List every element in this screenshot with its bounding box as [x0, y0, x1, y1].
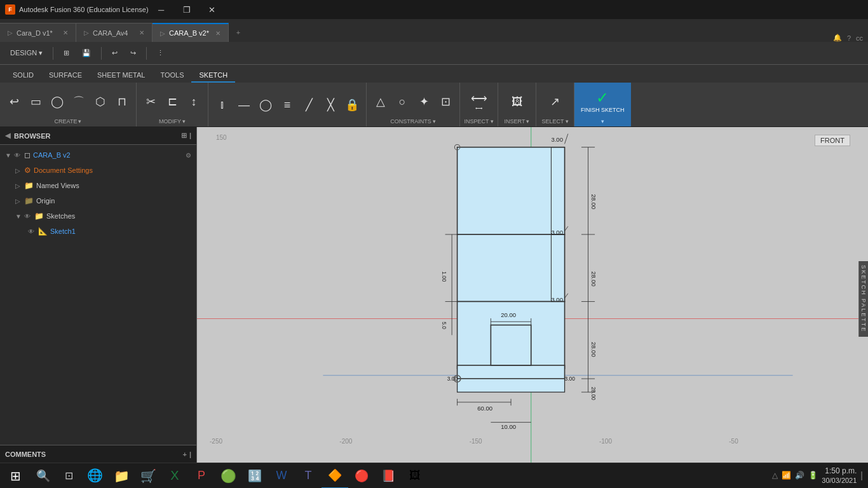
photos-taskbar[interactable]: 🖼 — [402, 463, 428, 489]
tab-cara-b[interactable]: ▷ CARA_B v2* ✕ — [153, 23, 229, 42]
more-button[interactable]: ⋮ — [152, 45, 169, 62]
edge-taskbar[interactable]: 🌐 — [81, 463, 108, 489]
start-button[interactable]: ⊞ — [0, 463, 31, 489]
taskbar-apps: 🌐 📁 🛒 X P 🟢 🔢 W T 🔶 🔴 📕 🖼 — [81, 463, 767, 489]
offset-button[interactable]: ⊏ — [162, 86, 182, 117]
select-button[interactable]: ↗ — [545, 86, 566, 117]
tree-arrow-named: ▷ — [15, 182, 22, 189]
teams-taskbar[interactable]: T — [295, 463, 322, 489]
trim-button[interactable]: ✂ — [140, 86, 161, 117]
tab-label-1: Cara_D v1* — [17, 29, 53, 37]
redo-button[interactable]: ↪ — [125, 45, 141, 62]
measure-button[interactable]: ⟷⟷ — [468, 86, 490, 117]
explorer-taskbar[interactable]: 📁 — [108, 463, 135, 489]
maximize-button[interactable]: ❐ — [174, 0, 200, 19]
grid-menu[interactable]: ⊞ — [58, 45, 74, 62]
finish-sketch-button[interactable]: ✓ FINISH SKETCH — [578, 86, 627, 117]
diagonal2-button[interactable]: ╳ — [320, 90, 341, 120]
midline-button[interactable]: — — [234, 90, 254, 120]
tray-up-icon[interactable]: △ — [772, 471, 778, 480]
box-constraint[interactable]: ⊡ — [435, 86, 456, 117]
tree-label-doc: Document Settings — [34, 166, 191, 174]
nav-sep-2 — [101, 47, 102, 60]
notification-icon[interactable]: 🔔 — [833, 34, 842, 42]
tab-tools[interactable]: TOOLS — [153, 69, 191, 83]
axis-label-150: 150 — [216, 134, 227, 141]
design-menu[interactable]: DESIGN ▾ — [5, 45, 48, 62]
tree-label-root: CARA_B v2 — [33, 151, 180, 159]
tree-item-sketches[interactable]: ▼ 👁 📁 Sketches — [0, 208, 196, 224]
calc-taskbar[interactable]: 🔢 — [241, 463, 268, 489]
tree-item-origin[interactable]: ▷ 📁 Origin — [0, 193, 196, 208]
canvas-area[interactable]: -250 -200 -150 -100 -50 150 FRONT SKETCH… — [197, 127, 868, 463]
save-button[interactable]: 💾 — [77, 45, 96, 62]
browser-title: BROWSER — [14, 132, 50, 140]
close-button[interactable]: ✕ — [200, 0, 225, 19]
tree-item-named-views[interactable]: ▷ 📁 Named Views — [0, 178, 196, 193]
battery-icon[interactable]: 🔋 — [808, 471, 818, 480]
window-controls: ─ ❐ ✕ — [149, 0, 225, 19]
tab-cara-d[interactable]: ▷ Cara_D v1* ✕ — [0, 23, 76, 42]
new-tab-button[interactable]: + — [229, 23, 248, 42]
comments-collapse-icon[interactable]: | — [189, 451, 191, 458]
folder-icon-origin: 📁 — [24, 196, 34, 205]
tab-surface[interactable]: SURFACE — [41, 69, 90, 83]
extra-buttons: ⫿ — ◯ ≡ ╱ ╳ 🔒 — [211, 83, 363, 125]
word-taskbar[interactable]: W — [268, 463, 295, 489]
tree-item-sketch1[interactable]: 👁 📐 Sketch1 — [0, 224, 196, 239]
fusion-taskbar[interactable]: 🔶 — [322, 463, 348, 489]
search-taskbar-button[interactable]: 🔍 — [31, 463, 56, 489]
minimize-button[interactable]: ─ — [149, 0, 174, 19]
tree-item-doc-settings[interactable]: ▷ ⚙ Document Settings — [0, 163, 196, 178]
tab-solid[interactable]: SOLID — [5, 69, 41, 83]
diagonal1-button[interactable]: ╱ — [299, 90, 319, 120]
slot-button[interactable]: ⊓ — [112, 86, 132, 117]
sketch-palette-tab[interactable]: SKETCH PALETTE — [858, 261, 868, 336]
show-desktop-icon[interactable]: | — [860, 470, 863, 480]
triangle-constraint[interactable]: △ — [370, 86, 391, 117]
arc-button[interactable]: ⌒ — [69, 86, 89, 117]
help-icon[interactable]: ? — [847, 34, 851, 42]
star-constraint[interactable]: ✦ — [414, 86, 434, 117]
windows-taskbar: ⊞ 🔍 ⊡ 🌐 📁 🛒 X P 🟢 🔢 W T 🔶 🔴 📕 🖼 △ 📶 🔊 🔋 … — [0, 463, 868, 488]
settings-icon-root[interactable]: ⚙ — [186, 152, 191, 159]
store-taskbar[interactable]: 🛒 — [135, 463, 161, 489]
browser-expand-icon[interactable]: ⊞ — [181, 132, 187, 140]
volume-icon[interactable]: 🔊 — [795, 471, 804, 480]
ellipse-button[interactable]: ◯ — [255, 90, 276, 120]
chrome-taskbar[interactable]: 🟢 — [215, 463, 241, 489]
lock-button[interactable]: 🔒 — [342, 90, 362, 120]
polygon-button[interactable]: ⬡ — [90, 86, 111, 117]
pdf-taskbar[interactable]: 📕 — [375, 463, 402, 489]
tree-item-root[interactable]: ▼ 👁 ◻ CARA_B v2 ⚙ — [0, 147, 196, 163]
circle-constraint[interactable]: ○ — [392, 86, 412, 117]
insert-image-button[interactable]: 🖼 — [507, 86, 527, 117]
circle-button[interactable]: ◯ — [47, 86, 67, 117]
task-view-button[interactable]: ⊡ — [56, 463, 81, 489]
tree-arrow-doc: ▷ — [15, 167, 22, 174]
svg-text:28.00: 28.00 — [590, 387, 597, 400]
comments-add-icon[interactable]: + — [182, 451, 186, 458]
hatch-button[interactable]: ⫿ — [212, 90, 233, 120]
close-tab-3[interactable]: ✕ — [215, 30, 220, 37]
eye-icon-sketch1[interactable]: 👁 — [28, 228, 34, 235]
undo-button[interactable]: ↩ — [107, 45, 123, 62]
network-icon[interactable]: 📶 — [782, 471, 791, 480]
browser-collapse-icon[interactable]: | — [189, 132, 191, 140]
excel-taskbar[interactable]: X — [161, 463, 188, 489]
close-tab-1[interactable]: ✕ — [63, 29, 68, 36]
tab-cara-a[interactable]: ▷ CARA_Av4 ✕ — [76, 23, 153, 42]
eye-icon-sketches[interactable]: 👁 — [24, 213, 31, 220]
clock-date: 30/03/2021 — [822, 476, 857, 485]
powerpoint-taskbar[interactable]: P — [188, 463, 215, 489]
tab-sketch[interactable]: SKETCH — [191, 69, 235, 83]
equal-button[interactable]: ≡ — [277, 90, 297, 120]
line-button[interactable]: ↩ — [4, 86, 24, 117]
tab-sheet-metal[interactable]: SHEET METAL — [90, 69, 153, 83]
eye-icon-root[interactable]: 👁 — [14, 152, 20, 159]
app1-taskbar[interactable]: 🔴 — [348, 463, 375, 489]
explorer-icon: 📁 — [114, 468, 130, 484]
close-tab-2[interactable]: ✕ — [139, 29, 144, 36]
rectangle-button[interactable]: ▭ — [25, 86, 46, 117]
project-button[interactable]: ↕ — [184, 86, 204, 117]
